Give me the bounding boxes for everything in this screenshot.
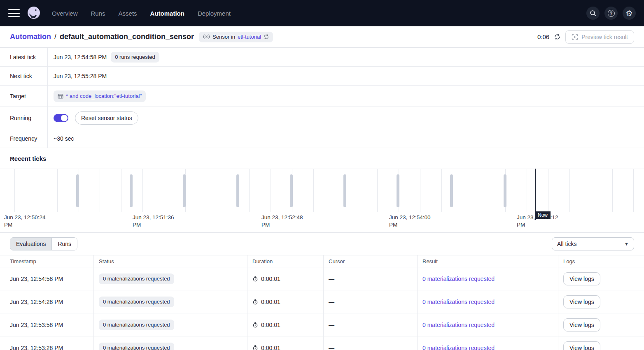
tick-cursor: — bbox=[329, 345, 334, 350]
tab-runs[interactable]: Runs bbox=[52, 238, 77, 250]
tick-bar[interactable] bbox=[397, 174, 399, 207]
tick-cursor: — bbox=[329, 322, 334, 328]
col-logs: Logs bbox=[558, 255, 644, 267]
gridline bbox=[484, 169, 484, 212]
menu-icon[interactable] bbox=[8, 9, 20, 17]
axis-label: Jun 23, 12:54:00 PM bbox=[389, 214, 438, 229]
search-icon bbox=[589, 9, 597, 17]
preview-tick-result-button[interactable]: Preview tick result bbox=[565, 30, 634, 44]
tick-status-badge: 0 materializations requested bbox=[99, 297, 174, 307]
evaluations-runs-segmented-control: Evaluations Runs bbox=[10, 237, 77, 250]
tick-cursor: — bbox=[329, 276, 334, 282]
gridline bbox=[271, 169, 271, 212]
nav-item-runs[interactable]: Runs bbox=[91, 10, 105, 17]
gridline bbox=[142, 169, 143, 212]
evaluations-table-header: Timestamp Status Duration Cursor Result … bbox=[0, 255, 644, 267]
code-location-link[interactable]: etl-tutorial bbox=[238, 34, 261, 40]
tick-timestamp: Jun 23, 12:54:58 PM bbox=[10, 276, 63, 282]
tick-bar[interactable] bbox=[130, 174, 133, 207]
tick-bar[interactable] bbox=[450, 174, 453, 207]
gridline bbox=[207, 169, 207, 212]
latest-tick-row: Latest tick Jun 23, 12:54:58 PM 0 runs r… bbox=[0, 48, 644, 67]
col-result: Result bbox=[418, 255, 558, 267]
nav-item-overview[interactable]: Overview bbox=[52, 10, 78, 17]
reset-sensor-status-button[interactable]: Reset sensor status bbox=[75, 111, 138, 125]
gridline bbox=[441, 169, 442, 212]
tick-filter-value: All ticks bbox=[557, 241, 576, 247]
target-selection-text: * and code_location:"etl-tutorial" bbox=[66, 93, 142, 99]
tab-evaluations[interactable]: Evaluations bbox=[10, 238, 52, 250]
sensor-badge-label: Sensor in bbox=[212, 34, 235, 40]
tick-bar[interactable] bbox=[504, 174, 506, 207]
recent-ticks-title: Recent ticks bbox=[0, 148, 644, 169]
tick-status-badge: 0 materializations requested bbox=[99, 274, 174, 284]
latest-tick-value: Jun 23, 12:54:58 PM bbox=[54, 54, 107, 60]
recent-ticks-timeline: Jun 23, 12:50:24 PMJun 23, 12:51:36 PMJu… bbox=[0, 169, 644, 233]
latest-tick-label: Latest tick bbox=[0, 48, 48, 66]
gridline bbox=[14, 169, 15, 212]
tick-bar[interactable] bbox=[183, 174, 186, 207]
refresh-countdown: 0:06 bbox=[537, 33, 549, 40]
view-logs-button[interactable]: View logs bbox=[563, 341, 600, 350]
breadcrumb-separator: / bbox=[54, 32, 56, 41]
help-icon: ? bbox=[608, 10, 615, 17]
gridline bbox=[100, 169, 100, 212]
nav-item-assets[interactable]: Assets bbox=[119, 10, 137, 17]
running-row: Running Reset sensor status bbox=[0, 107, 644, 129]
gridline bbox=[164, 169, 164, 212]
tick-duration: 0:00:01 bbox=[261, 322, 280, 328]
gridline bbox=[377, 169, 378, 212]
help-button[interactable]: ? bbox=[604, 7, 618, 20]
nav-item-automation[interactable]: Automation bbox=[150, 10, 184, 17]
nav-item-deployment[interactable]: Deployment bbox=[198, 10, 231, 17]
stopwatch-icon bbox=[252, 299, 258, 305]
refresh-button[interactable] bbox=[553, 33, 561, 41]
col-status: Status bbox=[94, 255, 247, 267]
top-nav: Overview Runs Assets Automation Deployme… bbox=[0, 0, 644, 26]
tick-duration: 0:00:01 bbox=[261, 345, 280, 350]
frequency-value: ~30 sec bbox=[54, 135, 74, 142]
running-toggle[interactable] bbox=[54, 114, 68, 122]
tick-bar[interactable] bbox=[76, 174, 79, 207]
running-label: Running bbox=[0, 107, 48, 129]
gridline bbox=[121, 169, 121, 212]
tick-result-link[interactable]: 0 materializations requested bbox=[422, 299, 495, 305]
col-timestamp: Timestamp bbox=[0, 255, 94, 267]
tick-duration: 0:00:01 bbox=[261, 276, 280, 282]
gridline bbox=[463, 169, 463, 212]
next-tick-value: Jun 23, 12:55:28 PM bbox=[54, 73, 107, 79]
gridline bbox=[527, 169, 527, 212]
tick-bar[interactable] bbox=[290, 174, 293, 207]
target-selection-badge[interactable]: * and code_location:"etl-tutorial" bbox=[54, 90, 146, 102]
view-logs-button[interactable]: View logs bbox=[563, 318, 600, 331]
table-row: Jun 23, 12:54:28 PM 0 materializations r… bbox=[0, 290, 644, 313]
tick-bar[interactable] bbox=[343, 174, 346, 207]
frequency-row: Frequency ~30 sec bbox=[0, 129, 644, 148]
settings-button[interactable]: ⚙ bbox=[623, 7, 636, 20]
view-logs-button[interactable]: View logs bbox=[563, 295, 600, 308]
tick-result-link[interactable]: 0 materializations requested bbox=[422, 322, 495, 328]
tick-filter-select[interactable]: All ticks ▼ bbox=[552, 237, 634, 250]
gridline bbox=[420, 169, 420, 212]
dagster-logo[interactable] bbox=[26, 6, 41, 21]
gridline bbox=[612, 169, 613, 212]
view-logs-button[interactable]: View logs bbox=[563, 272, 600, 285]
search-button[interactable] bbox=[586, 7, 600, 20]
tick-result-link[interactable]: 0 materializations requested bbox=[422, 345, 495, 350]
preview-tick-result-label: Preview tick result bbox=[581, 34, 628, 40]
axis-label: Jun 23, 12:50:24 PM bbox=[4, 214, 53, 229]
breadcrumb-automation-link[interactable]: Automation bbox=[10, 32, 51, 41]
tick-timestamp: Jun 23, 12:53:28 PM bbox=[10, 345, 63, 350]
primary-nav: Overview Runs Assets Automation Deployme… bbox=[52, 10, 231, 17]
tick-bar[interactable] bbox=[236, 174, 239, 207]
runs-requested-badge: 0 runs requested bbox=[111, 52, 159, 63]
sensor-location-badge: Sensor in etl-tutorial bbox=[199, 32, 273, 42]
tick-result-link[interactable]: 0 materializations requested bbox=[422, 276, 495, 282]
refresh-icon bbox=[554, 34, 560, 40]
col-cursor: Cursor bbox=[324, 255, 418, 267]
stopwatch-icon bbox=[252, 276, 258, 282]
tick-timestamp: Jun 23, 12:54:28 PM bbox=[10, 299, 63, 305]
gridline bbox=[356, 169, 356, 212]
table-row: Jun 23, 12:54:58 PM 0 materializations r… bbox=[0, 267, 644, 290]
refresh-icon[interactable] bbox=[264, 34, 269, 39]
